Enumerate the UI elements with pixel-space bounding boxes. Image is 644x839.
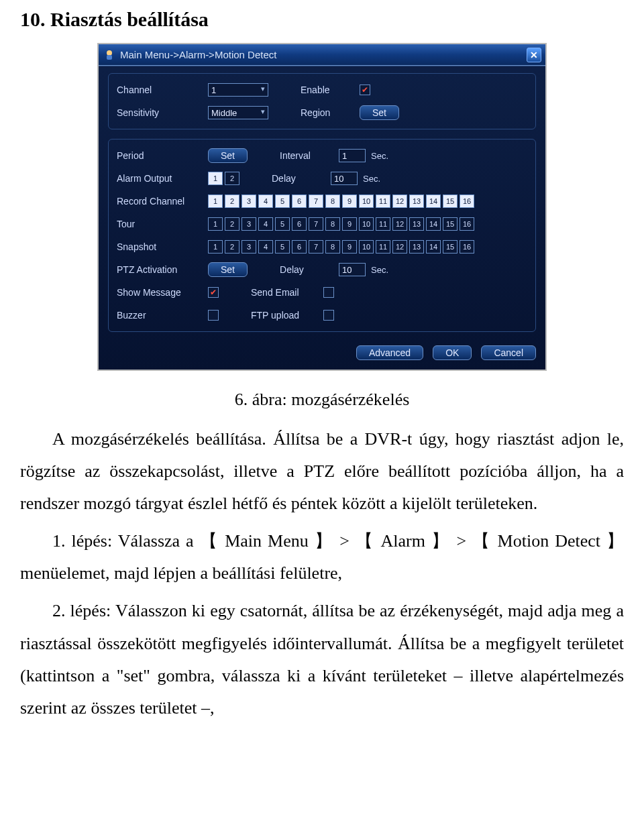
dvr-dialog: Main Menu->Alarm->Motion Detect ✕ Channe… [97,43,547,371]
record-channel-13[interactable]: 13 [409,194,424,208]
record-channel-12[interactable]: 12 [392,194,407,208]
delay-unit: Sec. [363,174,380,184]
label-send-email: Send Email [251,287,318,298]
tour-channel-6[interactable]: 6 [292,217,307,231]
label-tour: Tour [117,219,203,229]
record-channel-2[interactable]: 2 [225,194,239,208]
record-channel-10[interactable]: 10 [359,194,374,208]
close-button[interactable]: ✕ [527,48,541,62]
label-ptz-delay: Delay [280,264,333,275]
show-message-checkbox[interactable]: ✔ [208,287,219,298]
record-channel-4[interactable]: 4 [258,194,273,208]
label-show-message: Show Message [117,287,203,298]
record-channel-8[interactable]: 8 [325,194,340,208]
snapshot-channel-grid: 12345678910111213141516 [208,240,474,254]
tour-channel-1[interactable]: 1 [208,217,223,231]
label-interval: Interval [280,150,333,161]
label-delay: Delay [272,173,325,184]
tour-channel-15[interactable]: 15 [443,217,458,231]
tour-channel-10[interactable]: 10 [359,217,374,231]
dialog-footer: Advanced OK Cancel [108,341,536,360]
dialog-title: Main Menu->Alarm->Motion Detect [120,49,527,60]
record-channel-15[interactable]: 15 [443,194,458,208]
tour-channel-grid: 12345678910111213141516 [208,217,474,231]
section-heading: 10. Riasztás beállítása [20,8,624,31]
paragraph-3: 2. lépés: Válasszon ki egy csatornát, ál… [20,595,624,724]
ptz-set-button[interactable]: Set [208,262,248,277]
tour-channel-4[interactable]: 4 [258,217,273,231]
panel-basic: Channel 1 Enable ✔ Sensitivity Middle Re… [108,73,536,129]
snapshot-channel-12[interactable]: 12 [392,240,407,254]
channel-select[interactable]: 1 [208,83,268,97]
alarm-output-channel-1[interactable]: 1 [208,172,223,185]
record-channel-3[interactable]: 3 [241,194,256,208]
label-period: Period [117,150,203,161]
tour-channel-9[interactable]: 9 [342,217,357,231]
enable-checkbox[interactable]: ✔ [360,85,370,95]
tour-channel-8[interactable]: 8 [325,217,340,231]
period-set-button[interactable]: Set [208,148,248,163]
buzzer-checkbox[interactable] [208,310,219,321]
ptz-delay-input[interactable] [339,263,366,276]
snapshot-channel-1[interactable]: 1 [208,240,223,254]
record-channel-11[interactable]: 11 [376,194,390,208]
svg-rect-1 [107,55,112,60]
cancel-button[interactable]: Cancel [481,345,536,360]
advanced-button[interactable]: Advanced [356,345,423,360]
send-email-checkbox[interactable] [323,287,334,298]
snapshot-channel-16[interactable]: 16 [460,240,474,254]
record-channel-1[interactable]: 1 [208,194,223,208]
record-channel-7[interactable]: 7 [309,194,323,208]
ptz-delay-unit: Sec. [371,265,388,275]
snapshot-channel-15[interactable]: 15 [443,240,458,254]
ok-button[interactable]: OK [433,345,472,360]
snapshot-channel-14[interactable]: 14 [426,240,441,254]
tour-channel-7[interactable]: 7 [309,217,323,231]
snapshot-channel-3[interactable]: 3 [241,240,256,254]
figure-caption: 6. ábra: mozgásérzékelés [20,390,624,410]
tour-channel-5[interactable]: 5 [275,217,290,231]
tour-channel-16[interactable]: 16 [460,217,474,231]
snapshot-channel-9[interactable]: 9 [342,240,357,254]
region-set-button[interactable]: Set [360,105,399,120]
sensitivity-select[interactable]: Middle [208,106,268,119]
label-snapshot: Snapshot [117,241,203,252]
tour-channel-14[interactable]: 14 [426,217,441,231]
snapshot-channel-8[interactable]: 8 [325,240,340,254]
alarm-delay-input[interactable] [331,172,358,185]
snapshot-channel-6[interactable]: 6 [292,240,307,254]
snapshot-channel-2[interactable]: 2 [225,240,239,254]
dialog-body: Channel 1 Enable ✔ Sensitivity Middle Re… [99,66,545,370]
interval-input[interactable] [339,149,366,162]
tour-channel-2[interactable]: 2 [225,217,239,231]
label-record-channel: Record Channel [117,196,203,207]
record-channel-grid: 12345678910111213141516 [208,194,474,208]
alarm-output-channel-2[interactable]: 2 [225,172,239,185]
record-channel-6[interactable]: 6 [292,194,307,208]
label-ptz-activation: PTZ Activation [117,264,203,275]
dialog-titlebar: Main Menu->Alarm->Motion Detect ✕ [99,44,545,66]
label-channel: Channel [117,85,203,95]
record-channel-5[interactable]: 5 [275,194,290,208]
label-region: Region [301,107,354,118]
record-channel-16[interactable]: 16 [460,194,474,208]
snapshot-channel-11[interactable]: 11 [376,240,390,254]
snapshot-channel-5[interactable]: 5 [275,240,290,254]
snapshot-channel-7[interactable]: 7 [309,240,323,254]
record-channel-9[interactable]: 9 [342,194,357,208]
tour-channel-3[interactable]: 3 [241,217,256,231]
ftp-upload-checkbox[interactable] [323,310,334,321]
alarm-output-grid: 12 [208,172,239,185]
label-enable: Enable [301,85,354,95]
record-channel-14[interactable]: 14 [426,194,441,208]
label-buzzer: Buzzer [117,310,203,321]
tour-channel-11[interactable]: 11 [376,217,390,231]
snapshot-channel-13[interactable]: 13 [409,240,424,254]
label-ftp-upload: FTP upload [251,310,318,321]
paragraph-2: 1. lépés: Válassza a 【 Main Menu 】 > 【 A… [20,525,624,590]
tour-channel-13[interactable]: 13 [409,217,424,231]
snapshot-channel-4[interactable]: 4 [258,240,273,254]
panel-alarm: Period Set Interval Sec. Alarm Output 12… [108,139,536,332]
snapshot-channel-10[interactable]: 10 [359,240,374,254]
tour-channel-12[interactable]: 12 [392,217,407,231]
